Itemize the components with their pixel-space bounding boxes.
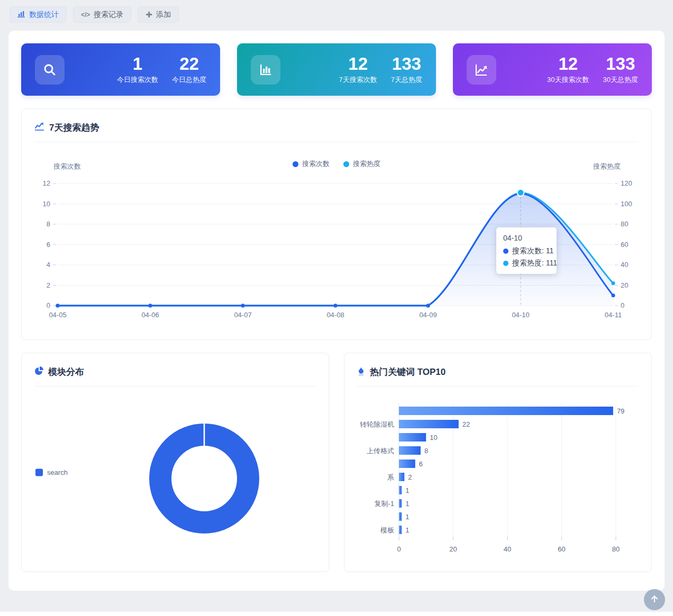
svg-text:1: 1 <box>405 486 409 494</box>
svg-text:上传格式: 上传格式 <box>367 447 394 455</box>
keyword-bar <box>399 407 613 415</box>
svg-text:2: 2 <box>47 281 50 289</box>
stat-value: 133 <box>391 54 422 73</box>
donut-slice-gap <box>204 422 205 446</box>
tab-label: 添加 <box>156 10 171 20</box>
keyword-bar <box>399 526 402 534</box>
legend-dot <box>343 161 349 167</box>
search-icon <box>35 55 65 85</box>
keyword-bar <box>399 446 421 455</box>
svg-text:40: 40 <box>504 545 511 553</box>
stat-value: 1 <box>117 54 158 73</box>
svg-text:0: 0 <box>397 545 401 553</box>
stat-value: 12 <box>547 54 589 73</box>
svg-text:系: 系 <box>387 473 394 481</box>
legend-label: search <box>47 468 68 476</box>
bar-chart-icon <box>17 11 25 19</box>
svg-text:79: 79 <box>617 407 624 415</box>
back-to-top-button[interactable] <box>644 589 665 610</box>
tab-add[interactable]: ✚ 添加 <box>138 6 179 23</box>
svg-text:1: 1 <box>405 526 409 534</box>
legend-swatch <box>35 468 43 476</box>
svg-text:模板: 模板 <box>380 526 394 534</box>
point-highlight <box>517 189 524 196</box>
legend-item-count[interactable]: 搜索次数 <box>293 159 330 169</box>
point-heat <box>611 281 615 285</box>
legend-label: 搜索次数 <box>302 159 330 169</box>
svg-text:10: 10 <box>43 200 50 208</box>
tab-label: 搜索记录 <box>94 10 123 20</box>
svg-text:04-06: 04-06 <box>141 311 159 319</box>
tooltip-dot <box>503 261 508 266</box>
tooltip-dot <box>503 249 508 254</box>
pie-legend-search[interactable]: search <box>35 468 68 476</box>
svg-text:60: 60 <box>558 545 565 553</box>
donut-chart-svg[interactable] <box>146 420 262 537</box>
tooltip-text: 搜索次数: 11 <box>512 245 553 257</box>
svg-text:转轮除湿机: 转轮除湿机 <box>360 420 394 428</box>
svg-text:6: 6 <box>419 460 423 468</box>
trend-line-icon <box>467 55 496 85</box>
legend-item-heat[interactable]: 搜索热度 <box>343 159 380 169</box>
stat-metrics: 1今日搜索次数 22今日总热度 <box>117 54 206 85</box>
keywords-chart[interactable]: 0204060807922转轮除湿机108上传格式62系11复制-111模板 <box>357 398 639 559</box>
svg-text:6: 6 <box>47 241 50 249</box>
tab-data-statistics[interactable]: 数据统计 <box>10 6 67 23</box>
tooltip-text: 搜索热度: 111 <box>512 257 557 269</box>
legend-label: 搜索热度 <box>353 159 380 169</box>
stat-label: 今日总热度 <box>172 75 206 85</box>
svg-text:4: 4 <box>47 261 50 269</box>
svg-text:60: 60 <box>621 241 628 249</box>
bar-chart-svg[interactable]: 0204060807922转轮除湿机108上传格式62系11复制-111模板 <box>357 398 639 557</box>
stat-label: 7天总热度 <box>391 75 422 85</box>
svg-text:1: 1 <box>405 500 409 508</box>
tab-label: 数据统计 <box>29 10 59 20</box>
keyword-bar <box>399 512 402 521</box>
svg-text:100: 100 <box>621 200 632 208</box>
stat-value: 22 <box>172 54 206 73</box>
svg-text:04-07: 04-07 <box>234 311 251 319</box>
keywords-panel: 热门关键词 TOP10 0204060807922转轮除湿机108上传格式62系… <box>344 353 652 572</box>
keyword-bar <box>399 473 404 481</box>
svg-text:04-11: 04-11 <box>605 311 622 319</box>
modules-chart[interactable]: search <box>34 387 316 558</box>
svg-text:2: 2 <box>408 473 412 481</box>
keyword-bar <box>399 433 426 442</box>
svg-text:04-05: 04-05 <box>49 311 66 319</box>
bottom-panels-row: 模块分布 search 热门关键词 TOP10 0204060807922转轮除… <box>21 353 652 572</box>
stat-label: 今日搜索次数 <box>117 75 158 85</box>
stat-label: 30天搜索次数 <box>547 75 589 85</box>
keyword-bar <box>399 499 402 508</box>
keyword-bar <box>399 420 459 428</box>
tab-bar: 数据统计 </> 搜索记录 ✚ 添加 <box>0 0 673 22</box>
panel-title-text: 热门关键词 TOP10 <box>370 366 445 378</box>
panel-title-text: 7天搜索趋势 <box>49 122 99 134</box>
stat-label: 7天搜索次数 <box>339 75 377 85</box>
svg-text:8: 8 <box>424 447 428 455</box>
plus-icon: ✚ <box>145 10 152 20</box>
svg-text:10: 10 <box>430 434 437 442</box>
chart-tooltip: 04-10 搜索次数: 11 搜索热度: 111 <box>496 227 557 274</box>
stat-card-7day: 127天搜索次数 1337天总热度 <box>237 43 436 96</box>
svg-text:1: 1 <box>405 513 409 521</box>
svg-text:复制-1: 复制-1 <box>374 500 394 508</box>
arrow-up-icon <box>650 594 659 605</box>
point-count <box>426 304 430 307</box>
line-chart-icon <box>34 122 44 134</box>
legend-dot <box>293 161 298 167</box>
keyword-bar <box>399 459 415 468</box>
keywords-panel-title: 热门关键词 TOP10 <box>357 366 639 387</box>
point-count <box>148 304 152 307</box>
svg-text:0: 0 <box>621 301 624 309</box>
dashboard-card: 1今日搜索次数 22今日总热度 127天搜索次数 1337天总热度 1230天搜… <box>8 31 665 591</box>
tab-search-records[interactable]: </> 搜索记录 <box>73 6 131 23</box>
tooltip-row: 搜索热度: 111 <box>503 257 550 269</box>
svg-text:80: 80 <box>612 545 620 553</box>
trend-legend: 搜索次数 搜索热度 <box>34 159 639 169</box>
point-count <box>333 304 337 307</box>
trend-chart[interactable]: 搜索次数 搜索热度 搜索次数搜索热度0246810120204060801001… <box>34 158 639 333</box>
svg-text:12: 12 <box>43 179 50 187</box>
stat-value: 12 <box>339 54 377 73</box>
svg-text:04-09: 04-09 <box>419 311 436 319</box>
code-icon: </> <box>81 11 90 19</box>
